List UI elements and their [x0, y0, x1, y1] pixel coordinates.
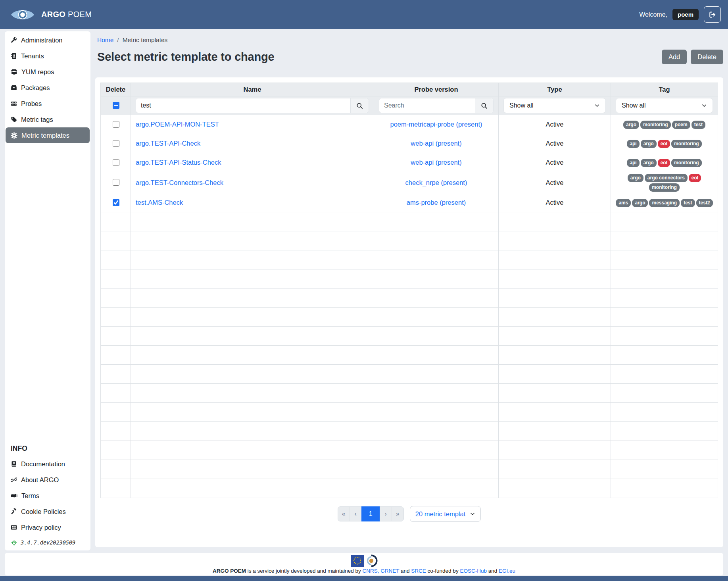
- type-value: Active: [499, 172, 611, 193]
- tag-badge: monitoring: [671, 159, 702, 167]
- pagination-first-button[interactable]: «: [338, 506, 350, 521]
- probe-filter-input[interactable]: [379, 98, 475, 113]
- sidebar-item-about-argo[interactable]: About ARGO: [5, 472, 90, 488]
- table-row: test.AMS-Checkams-probe (present)Activea…: [101, 193, 718, 212]
- sidebar-item-label: Probes: [21, 100, 42, 108]
- sidebar-item-privacy-policy[interactable]: Privacy policy: [5, 519, 90, 535]
- page-title: Select metric template to change: [97, 50, 274, 63]
- add-button[interactable]: Add: [662, 50, 687, 64]
- sidebar-item-label: Terms: [21, 492, 39, 500]
- tag-badge: eol: [689, 174, 701, 182]
- row-delete-checkbox[interactable]: [113, 179, 119, 186]
- breadcrumb-home-link[interactable]: Home: [97, 37, 113, 44]
- table-row: argo.TEST-API-Status-Checkweb-api (prese…: [101, 153, 718, 172]
- logout-button[interactable]: [704, 6, 721, 23]
- box-icon: [11, 85, 17, 91]
- empty-table-row: [101, 441, 718, 460]
- page-size-select[interactable]: 20 metric templat: [410, 506, 481, 522]
- probe-version-link[interactable]: web-api (present): [411, 140, 461, 147]
- tag-badge: eol: [658, 140, 670, 148]
- tag-badge: argo connectors: [645, 174, 688, 182]
- metric-template-link[interactable]: argo.POEM-API-MON-TEST: [136, 121, 219, 128]
- pagination-page-1-button[interactable]: 1: [361, 506, 380, 521]
- pager: « ‹ 1 › »: [338, 506, 404, 521]
- row-delete-checkbox[interactable]: [113, 121, 119, 128]
- tag-badge: argo: [641, 159, 657, 167]
- tag-badge: api: [627, 140, 639, 148]
- sidebar-item-tenants[interactable]: Tenants: [5, 48, 90, 64]
- tag-badge: api: [627, 159, 639, 167]
- app-version: 3.4.7.dev20230509: [5, 535, 90, 546]
- empty-table-row: [101, 365, 718, 384]
- brand-text: ARGO POEM: [41, 10, 92, 19]
- search-icon[interactable]: [475, 98, 493, 113]
- empty-table-row: [101, 479, 718, 498]
- wrench-icon: [11, 37, 17, 43]
- grnet-link[interactable]: GRNET: [380, 568, 399, 574]
- metric-template-link[interactable]: test.AMS-Check: [136, 199, 183, 206]
- box-open-icon: [11, 69, 17, 75]
- sidebar-item-label: Metric templates: [21, 132, 69, 139]
- delete-button[interactable]: Delete: [691, 50, 723, 64]
- search-icon[interactable]: [350, 98, 369, 113]
- sidebar-item-label: Cookie Policies: [21, 508, 66, 516]
- tag-filter-select[interactable]: Show all: [616, 98, 713, 113]
- table-row: argo.TEST-Connectors-Checkcheck_nrpe (pr…: [101, 172, 718, 193]
- row-delete-checkbox[interactable]: [113, 140, 119, 147]
- sidebar-item-label: Packages: [21, 84, 50, 92]
- probe-version-link[interactable]: web-api (present): [411, 159, 461, 166]
- pagination-prev-button[interactable]: ‹: [350, 506, 362, 521]
- sidebar-item-terms[interactable]: Terms: [5, 488, 90, 504]
- sidebar-item-administration[interactable]: Administration: [5, 32, 90, 48]
- egi-link[interactable]: EGI.eu: [499, 568, 515, 574]
- cnrs-link[interactable]: CNRS,: [362, 568, 379, 574]
- tag-badge: messaging: [649, 199, 680, 207]
- probe-version-link[interactable]: check_nrpe (present): [405, 179, 467, 186]
- pagination: « ‹ 1 › » 20 metric templat: [100, 506, 718, 522]
- col-header-probe-version: Probe version: [374, 83, 499, 96]
- tenant-card-icon: [11, 53, 17, 59]
- empty-table-row: [101, 384, 718, 403]
- sidebar-item-label: Administration: [21, 37, 63, 44]
- sidebar-item-packages[interactable]: Packages: [5, 80, 90, 96]
- col-header-delete: Delete: [101, 83, 131, 96]
- eosc-hub-link[interactable]: EOSC-Hub: [460, 568, 487, 574]
- sidebar-item-label: Documentation: [21, 460, 65, 468]
- tag-badge: monitoring: [640, 121, 671, 129]
- book-icon: [11, 461, 17, 467]
- pagination-last-button[interactable]: »: [392, 506, 404, 521]
- row-delete-checkbox[interactable]: [113, 159, 119, 166]
- server-icon: [11, 100, 17, 107]
- col-header-name: Name: [131, 83, 374, 96]
- sidebar-item-cookie-policies[interactable]: Cookie Policies: [5, 504, 90, 519]
- srce-link[interactable]: SRCE: [411, 568, 426, 574]
- row-delete-checkbox[interactable]: [113, 199, 119, 206]
- sidebar-item-label: Tenants: [21, 52, 44, 60]
- sidebar-item-documentation[interactable]: Documentation: [5, 456, 90, 472]
- tag-list: argomonitoringpoemtest: [623, 121, 705, 129]
- gear-icon: [11, 132, 17, 139]
- sidebar-item-yum-repos[interactable]: YUM repos: [5, 64, 90, 80]
- eosc-hub-logo-icon: [365, 554, 378, 567]
- select-all-checkbox[interactable]: [113, 102, 119, 109]
- sidebar-item-probes[interactable]: Probes: [5, 96, 90, 112]
- probe-version-link[interactable]: ams-probe (present): [407, 199, 466, 206]
- sidebar-item-metric-templates[interactable]: Metric templates: [6, 127, 90, 143]
- probe-version-link[interactable]: poem-metricapi-probe (present): [390, 121, 482, 128]
- pagination-next-button[interactable]: ›: [380, 506, 392, 521]
- top-navbar: ARGO POEM Welcome, poem: [0, 0, 728, 29]
- sidebar-item-label: Privacy policy: [21, 524, 61, 531]
- tag-badge: monitoring: [649, 183, 680, 192]
- metric-template-link[interactable]: argo.TEST-API-Status-Check: [136, 159, 221, 166]
- name-filter-input[interactable]: [136, 98, 350, 113]
- empty-table-row: [101, 269, 718, 289]
- tag-badge: poem: [672, 121, 690, 129]
- empty-table-row: [101, 308, 718, 327]
- metric-template-link[interactable]: argo.TEST-API-Check: [136, 140, 200, 147]
- type-filter-select[interactable]: Show all: [503, 98, 606, 113]
- metric-template-link[interactable]: argo.TEST-Connectors-Check: [136, 179, 223, 186]
- empty-table-row: [101, 403, 718, 422]
- brand-name: POEM: [68, 10, 92, 19]
- tag-badge: test2: [696, 199, 713, 207]
- sidebar-item-metric-tags[interactable]: Metric tags: [5, 112, 90, 127]
